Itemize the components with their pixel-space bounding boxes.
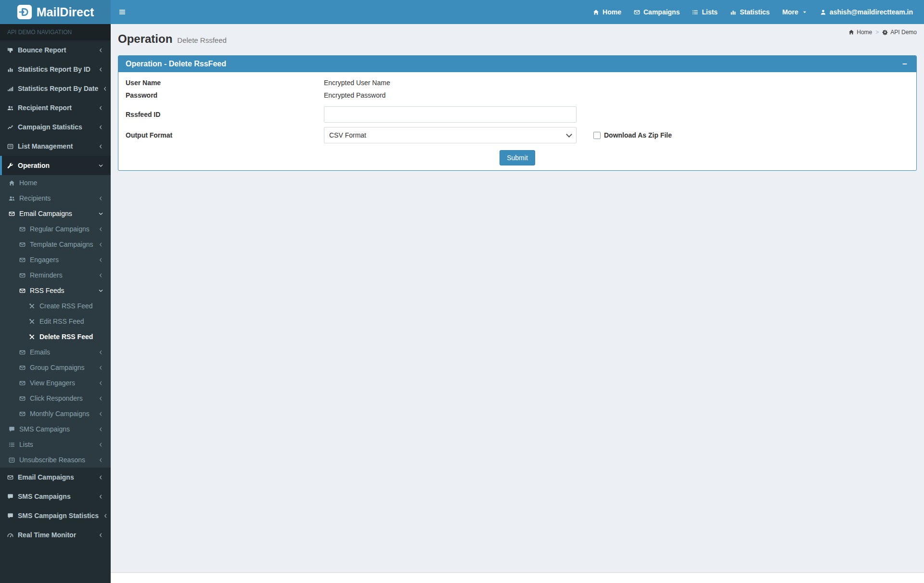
sidebar-item-emails[interactable]: Emails bbox=[0, 344, 111, 360]
sidebar-item-list-management[interactable]: List Management bbox=[0, 137, 111, 156]
sidebar-item-bounce-report[interactable]: Bounce Report bbox=[0, 40, 111, 60]
sidebar-item-label: Real Time Monitor bbox=[18, 531, 76, 539]
envelope-icon bbox=[19, 257, 26, 263]
chevron-left-icon bbox=[98, 396, 103, 401]
bar-chart-icon bbox=[7, 66, 13, 73]
sidebar-item-lists[interactable]: Lists bbox=[0, 437, 111, 452]
sidebar-item-engagers[interactable]: Engagers bbox=[0, 252, 111, 267]
sidebar-item-template-campaigns[interactable]: Template Campaigns bbox=[0, 237, 111, 252]
download-zip-checkbox[interactable] bbox=[593, 132, 601, 139]
page-footer bbox=[111, 572, 924, 583]
sidebar-item-view-engagers[interactable]: View Engagers bbox=[0, 375, 111, 391]
tools-icon bbox=[29, 318, 35, 325]
nav-item-label: ashish@maildirectteam.in bbox=[830, 8, 913, 16]
sidebar-item-group-campaigns[interactable]: Group Campaigns bbox=[0, 360, 111, 375]
chevron-left-icon bbox=[98, 494, 103, 499]
chevron-left-icon bbox=[98, 365, 103, 370]
sidebar-item-sms-campaigns[interactable]: SMS Campaigns bbox=[0, 421, 111, 437]
sidebar-section-header: API DEMO NAVIGATION bbox=[0, 24, 111, 40]
sidebar-item-reminders[interactable]: Reminders bbox=[0, 267, 111, 283]
home-icon bbox=[9, 180, 15, 186]
sidebar-item-label: Statistics Report By ID bbox=[18, 65, 90, 73]
top-navbar: MailDirect HomeCampaignsListsStatisticsM… bbox=[0, 0, 924, 24]
wrench-icon bbox=[7, 163, 13, 169]
hamburger-icon bbox=[118, 8, 126, 16]
nav-item-home[interactable]: Home bbox=[587, 0, 628, 24]
list-icon bbox=[9, 442, 15, 448]
sidebar-item-label: Delete RSS Feed bbox=[39, 333, 93, 341]
comment-icon bbox=[7, 494, 13, 500]
breadcrumb-item-api-demo[interactable]: API Demo bbox=[882, 29, 917, 36]
sidebar-item-label: Group Campaigns bbox=[30, 364, 85, 371]
output-format-select[interactable]: CSV Format bbox=[324, 127, 577, 143]
sidebar-item-regular-campaigns[interactable]: Regular Campaigns bbox=[0, 221, 111, 237]
sidebar-toggle-button[interactable] bbox=[111, 0, 134, 24]
sidebar-item-unsubscribe-reasons[interactable]: Unsubscribe Reasons bbox=[0, 452, 111, 468]
envelope-icon bbox=[19, 288, 26, 294]
list-alt-icon bbox=[9, 457, 15, 463]
sidebar-item-email-campaigns[interactable]: Email Campaigns bbox=[0, 468, 111, 487]
envelope-icon bbox=[19, 241, 26, 248]
cog-icon bbox=[882, 29, 888, 35]
envelope-icon bbox=[19, 380, 26, 386]
collapse-panel-button[interactable] bbox=[900, 60, 909, 68]
line-chart-icon bbox=[7, 124, 13, 130]
sidebar-item-label: Campaign Statistics bbox=[18, 123, 82, 131]
nav-item-more[interactable]: More bbox=[776, 0, 813, 24]
sidebar-item-operation[interactable]: Operation bbox=[0, 156, 111, 175]
sidebar-item-monthly-campaigns[interactable]: Monthly Campaigns bbox=[0, 406, 111, 421]
sidebar-item-email-campaigns[interactable]: Email Campaigns bbox=[0, 206, 111, 221]
nav-item-campaigns[interactable]: Campaigns bbox=[628, 0, 686, 24]
envelope-icon bbox=[19, 272, 26, 279]
sidebar-item-real-time-monitor[interactable]: Real Time Monitor bbox=[0, 525, 111, 545]
page-title: Operation Delete Rssfeed bbox=[118, 31, 917, 48]
chevron-left-icon bbox=[103, 86, 108, 91]
signal-icon bbox=[7, 86, 13, 92]
output-format-label: Output Format bbox=[126, 130, 324, 140]
nav-item-ashish-maildirectteam-in[interactable]: ashish@maildirectteam.in bbox=[814, 0, 919, 24]
chevron-left-icon bbox=[98, 196, 103, 201]
sidebar-item-label: RSS Feeds bbox=[30, 287, 64, 294]
chevron-left-icon bbox=[98, 257, 103, 263]
sidebar-item-recipient-report[interactable]: Recipient Report bbox=[0, 98, 111, 117]
nav-item-label: Statistics bbox=[740, 8, 770, 16]
nav-item-lists[interactable]: Lists bbox=[686, 0, 724, 24]
sidebar-item-label: Reminders bbox=[30, 271, 63, 279]
rssfeed-id-input[interactable] bbox=[324, 106, 577, 123]
sidebar-item-label: Create RSS Feed bbox=[39, 302, 93, 310]
password-label: Password bbox=[126, 90, 324, 100]
breadcrumb-item-home[interactable]: Home bbox=[848, 29, 872, 36]
content: Operation Delete Rssfeed Home>API Demo O… bbox=[111, 24, 924, 572]
operation-panel: Operation - Delete RssFeed User Name Enc… bbox=[118, 55, 917, 171]
download-zip-field: Download As Zip File bbox=[593, 131, 672, 139]
home-icon bbox=[848, 29, 854, 35]
users-icon bbox=[9, 195, 15, 202]
chevron-left-icon bbox=[98, 442, 103, 447]
sidebar: API DEMO NAVIGATION Bounce ReportStatist… bbox=[0, 24, 111, 583]
sidebar-item-sms-campaign-statistics[interactable]: SMS Campaign Statistics bbox=[0, 506, 111, 525]
sidebar-item-label: List Management bbox=[18, 142, 73, 150]
sidebar-item-label: Operation bbox=[18, 162, 50, 169]
chevron-left-icon bbox=[98, 227, 103, 232]
submit-button[interactable]: Submit bbox=[500, 150, 535, 165]
sidebar-item-statistics-report-by-date[interactable]: Statistics Report By Date bbox=[0, 79, 111, 98]
sidebar-item-statistics-report-by-id[interactable]: Statistics Report By ID bbox=[0, 60, 111, 79]
sidebar-item-sms-campaigns[interactable]: SMS Campaigns bbox=[0, 487, 111, 506]
sidebar-item-edit-rss-feed[interactable]: Edit RSS Feed bbox=[0, 314, 111, 329]
sidebar-item-rss-feeds[interactable]: RSS Feeds bbox=[0, 283, 111, 298]
sidebar-item-home[interactable]: Home bbox=[0, 175, 111, 190]
sidebar-item-delete-rss-feed[interactable]: Delete RSS Feed bbox=[0, 329, 111, 344]
nav-item-statistics[interactable]: Statistics bbox=[724, 0, 776, 24]
sidebar-item-recipients[interactable]: Recipients bbox=[0, 190, 111, 206]
brand-logo[interactable]: MailDirect bbox=[0, 0, 111, 24]
sidebar-item-campaign-statistics[interactable]: Campaign Statistics bbox=[0, 117, 111, 137]
sidebar-item-label: Lists bbox=[19, 441, 33, 448]
sidebar-item-create-rss-feed[interactable]: Create RSS Feed bbox=[0, 298, 111, 314]
nav-item-label: Campaigns bbox=[643, 8, 680, 16]
chevron-left-icon bbox=[98, 273, 103, 278]
chevron-left-icon bbox=[98, 411, 103, 417]
sidebar-item-click-responders[interactable]: Click Responders bbox=[0, 391, 111, 406]
sidebar-menu: Bounce ReportStatistics Report By IDStat… bbox=[0, 40, 111, 545]
chevron-down-icon bbox=[98, 288, 103, 293]
envelope-icon bbox=[19, 226, 26, 232]
